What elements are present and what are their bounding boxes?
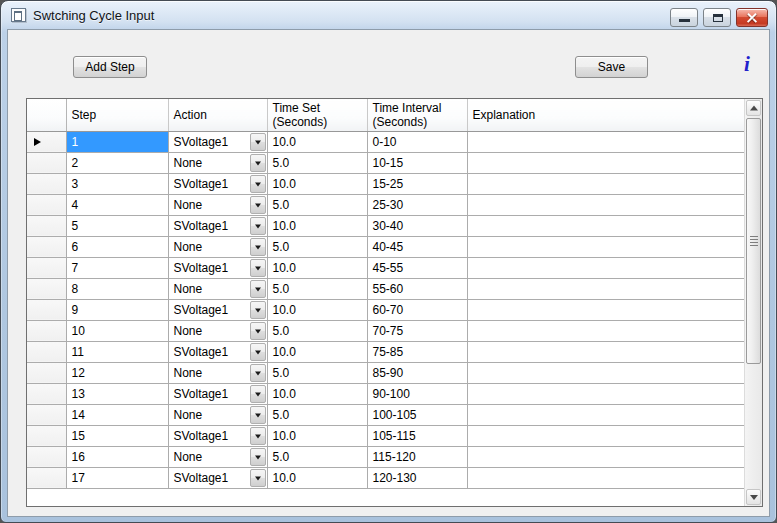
- explanation-cell[interactable]: [467, 299, 744, 320]
- add-step-button[interactable]: Add Step: [73, 56, 147, 78]
- action-dropdown-button[interactable]: [250, 301, 266, 319]
- explanation-cell[interactable]: [467, 467, 744, 488]
- explanation-cell[interactable]: [467, 194, 744, 215]
- explanation-cell[interactable]: [467, 341, 744, 362]
- time-set-cell[interactable]: 5.0: [267, 362, 367, 383]
- action-cell[interactable]: None: [168, 152, 267, 173]
- time-interval-cell[interactable]: 10-15: [367, 152, 467, 173]
- step-cell[interactable]: 11: [66, 341, 168, 362]
- action-dropdown-button[interactable]: [250, 364, 266, 382]
- row-header-cell[interactable]: [27, 257, 66, 278]
- action-dropdown-button[interactable]: [250, 469, 266, 487]
- time-set-cell[interactable]: 5.0: [267, 194, 367, 215]
- action-dropdown-button[interactable]: [250, 196, 266, 214]
- explanation-cell[interactable]: [467, 278, 744, 299]
- step-cell[interactable]: 6: [66, 236, 168, 257]
- close-button[interactable]: [736, 8, 768, 27]
- row-header-cell[interactable]: [27, 404, 66, 425]
- action-dropdown-button[interactable]: [250, 322, 266, 340]
- row-header-cell[interactable]: [27, 446, 66, 467]
- time-interval-cell[interactable]: 90-100: [367, 383, 467, 404]
- time-interval-cell[interactable]: 0-10: [367, 131, 467, 152]
- step-cell[interactable]: 5: [66, 215, 168, 236]
- action-dropdown-button[interactable]: [250, 448, 266, 466]
- explanation-cell[interactable]: [467, 215, 744, 236]
- explanation-cell[interactable]: [467, 173, 744, 194]
- titlebar[interactable]: Swtching Cycle Input: [1, 1, 776, 29]
- time-interval-cell[interactable]: 60-70: [367, 299, 467, 320]
- time-set-cell[interactable]: 5.0: [267, 152, 367, 173]
- explanation-cell[interactable]: [467, 152, 744, 173]
- row-header-cell[interactable]: [27, 173, 66, 194]
- time-interval-cell[interactable]: 30-40: [367, 215, 467, 236]
- step-cell[interactable]: 15: [66, 425, 168, 446]
- vertical-scrollbar[interactable]: [744, 99, 762, 506]
- info-icon[interactable]: i: [740, 52, 754, 77]
- time-interval-cell[interactable]: 115-120: [367, 446, 467, 467]
- explanation-cell[interactable]: [467, 131, 744, 152]
- row-header-cell[interactable]: [27, 341, 66, 362]
- time-set-cell[interactable]: 10.0: [267, 131, 367, 152]
- time-set-cell[interactable]: 5.0: [267, 404, 367, 425]
- action-dropdown-button[interactable]: [250, 343, 266, 361]
- row-header-cell[interactable]: [27, 467, 66, 488]
- time-interval-cell[interactable]: 100-105: [367, 404, 467, 425]
- step-cell[interactable]: 17: [66, 467, 168, 488]
- action-cell[interactable]: SVoltage1: [168, 131, 267, 152]
- explanation-cell[interactable]: [467, 404, 744, 425]
- minimize-button[interactable]: [670, 8, 698, 27]
- step-cell[interactable]: 12: [66, 362, 168, 383]
- explanation-cell[interactable]: [467, 425, 744, 446]
- step-cell[interactable]: 16: [66, 446, 168, 467]
- action-cell[interactable]: None: [168, 446, 267, 467]
- action-cell[interactable]: SVoltage1: [168, 257, 267, 278]
- explanation-cell[interactable]: [467, 320, 744, 341]
- row-header-cell[interactable]: [27, 236, 66, 257]
- step-cell[interactable]: 14: [66, 404, 168, 425]
- action-dropdown-button[interactable]: [250, 175, 266, 193]
- step-cell[interactable]: 9: [66, 299, 168, 320]
- explanation-cell[interactable]: [467, 446, 744, 467]
- time-set-cell[interactable]: 10.0: [267, 383, 367, 404]
- explanation-cell[interactable]: [467, 383, 744, 404]
- action-dropdown-button[interactable]: [250, 238, 266, 256]
- save-button[interactable]: Save: [575, 56, 648, 78]
- time-interval-cell[interactable]: 70-75: [367, 320, 467, 341]
- time-set-cell[interactable]: 10.0: [267, 299, 367, 320]
- maximize-button[interactable]: [703, 8, 731, 27]
- action-dropdown-button[interactable]: [250, 385, 266, 403]
- action-cell[interactable]: None: [168, 194, 267, 215]
- time-interval-cell[interactable]: 25-30: [367, 194, 467, 215]
- row-header-cell[interactable]: [27, 152, 66, 173]
- time-interval-cell[interactable]: 75-85: [367, 341, 467, 362]
- time-set-cell[interactable]: 10.0: [267, 341, 367, 362]
- explanation-cell[interactable]: [467, 236, 744, 257]
- action-cell[interactable]: None: [168, 404, 267, 425]
- step-cell[interactable]: 13: [66, 383, 168, 404]
- time-interval-cell[interactable]: 45-55: [367, 257, 467, 278]
- time-interval-cell[interactable]: 40-45: [367, 236, 467, 257]
- row-header-cell[interactable]: [27, 278, 66, 299]
- col-header-time-interval[interactable]: Time Interval (Seconds): [367, 99, 467, 131]
- action-cell[interactable]: SVoltage1: [168, 215, 267, 236]
- step-cell[interactable]: 2: [66, 152, 168, 173]
- row-header-cell[interactable]: [27, 194, 66, 215]
- col-header-step[interactable]: Step: [66, 99, 168, 131]
- time-set-cell[interactable]: 5.0: [267, 236, 367, 257]
- row-header-cell[interactable]: [27, 320, 66, 341]
- action-cell[interactable]: SVoltage1: [168, 425, 267, 446]
- action-cell[interactable]: SVoltage1: [168, 383, 267, 404]
- step-cell[interactable]: 3: [66, 173, 168, 194]
- time-set-cell[interactable]: 5.0: [267, 320, 367, 341]
- action-dropdown-button[interactable]: [250, 280, 266, 298]
- action-dropdown-button[interactable]: [250, 217, 266, 235]
- time-set-cell[interactable]: 5.0: [267, 446, 367, 467]
- action-cell[interactable]: None: [168, 236, 267, 257]
- time-set-cell[interactable]: 10.0: [267, 425, 367, 446]
- time-interval-cell[interactable]: 15-25: [367, 173, 467, 194]
- action-cell[interactable]: None: [168, 362, 267, 383]
- explanation-cell[interactable]: [467, 257, 744, 278]
- action-cell[interactable]: SVoltage1: [168, 467, 267, 488]
- action-dropdown-button[interactable]: [250, 154, 266, 172]
- action-dropdown-button[interactable]: [250, 133, 266, 151]
